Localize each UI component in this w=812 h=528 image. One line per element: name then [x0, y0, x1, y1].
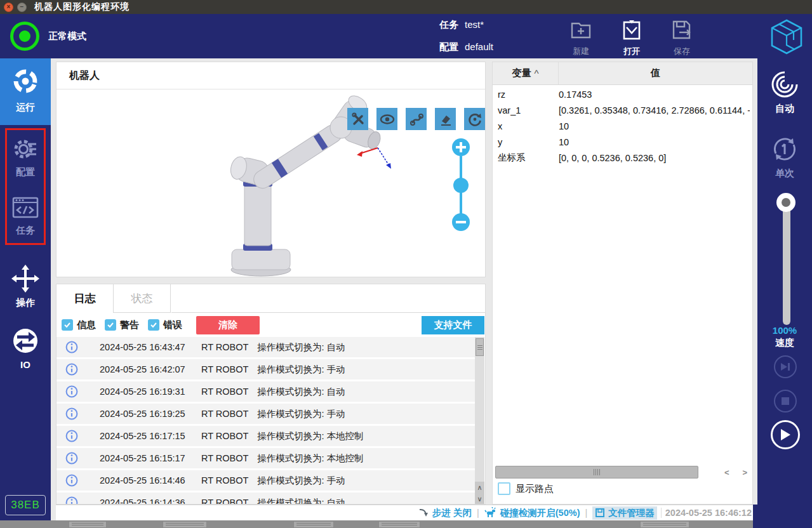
new-button-label: 新建 — [561, 46, 601, 57]
open-button-label: 打开 — [611, 46, 652, 57]
scroll-up-button[interactable]: ∧ — [475, 482, 484, 493]
scroll-right-button[interactable]: > — [742, 468, 747, 477]
log-time: 2024-05-25 16:14:36 — [100, 498, 201, 505]
desktop-icon — [163, 521, 207, 528]
tools-button[interactable] — [347, 108, 368, 130]
sidebar-item-task-label: 任务 — [0, 225, 51, 237]
path-button[interactable] — [406, 108, 427, 130]
step-arrow-icon — [418, 507, 429, 518]
log-message: 操作模式切换为: 本地控制 — [257, 452, 364, 465]
save-button[interactable]: 保存 — [662, 18, 702, 57]
variable-value: [0.3261, 0.35348, 0.73416, 2.72866, 0.61… — [559, 105, 750, 116]
log-row[interactable]: 2024-05-25 16:14:36 RT ROBOT 操作模式切换为: 自动 — [57, 492, 476, 505]
variable-row[interactable]: y 10 — [493, 134, 750, 150]
log-source: RT ROBOT — [201, 498, 252, 505]
sidebar-item-config[interactable]: 配置 — [0, 133, 51, 184]
scrollbar-thumb[interactable] — [476, 338, 484, 356]
show-waypoints-label: 显示路点 — [516, 483, 554, 495]
move-arrows-icon — [11, 264, 40, 293]
variable-name: x — [493, 121, 559, 131]
speed-slider-track[interactable] — [783, 197, 790, 325]
column-variable[interactable]: 变量 ^ — [493, 62, 559, 84]
log-source: RT ROBOT — [201, 475, 252, 485]
variables-list: rz 0.17453 var_1 [0.3261, 0.35348, 0.734… — [493, 86, 750, 166]
variable-name: 坐标系 — [493, 152, 559, 164]
new-folder-icon — [569, 18, 593, 42]
single-run-button[interactable]: 单次 — [757, 135, 812, 180]
open-icon — [620, 18, 644, 42]
warning-checkbox[interactable] — [105, 319, 116, 331]
info-icon — [65, 430, 78, 442]
speed-slider-thumb[interactable] — [776, 193, 795, 212]
tabs-filler — [171, 284, 485, 313]
variable-value: 10 — [559, 121, 750, 131]
variables-horizontal-scrollbar[interactable] — [495, 466, 698, 478]
variable-row[interactable]: 坐标系 [0, 0, 0, 0.5236, 0.5236, 0] — [493, 150, 750, 166]
zoom-in-button[interactable] — [452, 138, 470, 156]
log-row[interactable]: 2024-05-25 16:14:46 RT ROBOT 操作模式切换为: 手动 — [57, 470, 476, 492]
mode-indicator-dot — [19, 30, 30, 42]
scroll-left-button[interactable]: < — [724, 468, 729, 477]
task-row: 任务test* — [439, 19, 484, 31]
stop-button[interactable] — [774, 390, 797, 412]
variable-row[interactable]: x 10 — [493, 118, 750, 134]
log-row[interactable]: 2024-05-25 16:43:47 RT ROBOT 操作模式切换为: 自动 — [57, 337, 476, 359]
new-button[interactable]: 新建 — [561, 18, 601, 57]
open-button[interactable]: 打开 — [611, 18, 652, 57]
log-row[interactable]: 2024-05-25 16:19:31 RT ROBOT 操作模式切换为: 自动 — [57, 381, 476, 404]
variables-panel: 变量 ^ 值 rz 0.17453 var_1 [0.3261, 0.35348… — [492, 62, 753, 505]
support-files-button[interactable]: 支持文件 — [422, 316, 484, 334]
step-mode-status[interactable]: 步进 关闭 — [418, 507, 472, 519]
log-row[interactable]: 2024-05-25 16:15:17 RT ROBOT 操作模式切换为: 本地… — [57, 448, 476, 470]
clear-button[interactable]: 清除 — [196, 316, 260, 334]
log-row[interactable]: 2024-05-25 16:17:15 RT ROBOT 操作模式切换为: 本地… — [57, 426, 476, 448]
info-checkbox[interactable] — [62, 319, 73, 331]
sidebar-item-operate[interactable]: 操作 — [0, 261, 51, 315]
play-button[interactable] — [771, 420, 800, 449]
tools-icon — [350, 112, 366, 127]
sidebar-item-task[interactable]: 任务 — [0, 192, 51, 242]
desktop-icon — [378, 521, 420, 528]
log-time: 2024-05-25 16:14:46 — [100, 475, 201, 485]
rotate-icon — [467, 112, 483, 127]
collision-icon — [484, 507, 497, 518]
step-forward-button[interactable] — [774, 355, 797, 378]
eraser-button[interactable] — [435, 108, 456, 130]
check-icon — [107, 321, 114, 329]
zoom-slider-thumb[interactable] — [453, 178, 469, 193]
collision-detection-status[interactable]: 碰撞检测开启(50%) — [484, 507, 580, 519]
sidebar-item-run[interactable]: 运行 — [0, 58, 51, 125]
tab-log[interactable]: 日志 — [57, 284, 114, 313]
variable-value: 0.17453 — [559, 89, 750, 100]
scroll-down-button[interactable]: ∨ — [475, 493, 484, 505]
log-vertical-scrollbar[interactable]: ∧ ∨ — [475, 337, 484, 505]
info-icon — [65, 474, 78, 487]
column-value[interactable]: 值 — [559, 62, 752, 84]
warning-checkbox-label: 警告 — [120, 319, 139, 331]
show-waypoints-checkbox[interactable] — [498, 482, 510, 495]
info-icon — [65, 496, 78, 505]
variable-value: [0, 0, 0, 0.5236, 0.5236, 0] — [559, 153, 750, 163]
log-row[interactable]: 2024-05-25 16:19:25 RT ROBOT 操作模式切换为: 手动 — [57, 404, 476, 426]
io-icon — [12, 327, 39, 354]
window-minimize-button[interactable]: − — [17, 3, 27, 12]
check-icon — [63, 321, 71, 329]
eraser-icon — [438, 112, 453, 127]
viewer-toolbar — [347, 108, 485, 130]
log-source: RT ROBOT — [201, 431, 252, 441]
tab-status[interactable]: 状态 — [114, 284, 171, 313]
sidebar-item-io[interactable]: IO — [0, 325, 51, 378]
auto-mode-button[interactable]: 自动 — [757, 70, 812, 115]
log-row[interactable]: 2024-05-25 16:42:07 RT ROBOT 操作模式切换为: 手动 — [57, 359, 476, 381]
file-manager-button[interactable]: 文件管理器 — [592, 506, 657, 520]
log-source: RT ROBOT — [201, 342, 252, 352]
desktop-icon — [69, 521, 107, 528]
error-checkbox[interactable] — [148, 319, 159, 331]
variable-row[interactable]: var_1 [0.3261, 0.35348, 0.73416, 2.72866… — [493, 102, 750, 118]
zoom-out-button[interactable] — [452, 213, 470, 231]
log-message: 操作模式切换为: 自动 — [257, 386, 345, 398]
window-close-button[interactable]: × — [4, 3, 13, 12]
visibility-button[interactable] — [376, 108, 397, 130]
reset-view-button[interactable] — [464, 108, 485, 130]
variable-row[interactable]: rz 0.17453 — [493, 86, 750, 102]
